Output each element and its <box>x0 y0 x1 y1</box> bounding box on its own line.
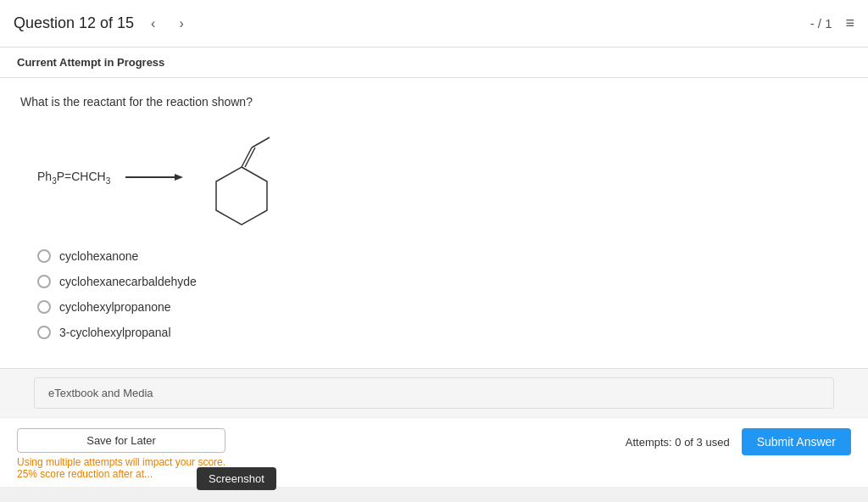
attempts-text: Attempts: 0 of 3 used <box>626 436 730 449</box>
reagent-label: Ph3P=CHCH3 <box>37 170 110 186</box>
option-label-2: cyclohexanecarbaldehyde <box>59 275 197 288</box>
etextbook-bar[interactable]: eTextbook and Media <box>34 377 834 409</box>
warning-line1: Using multiple attempts will impact your… <box>17 456 225 468</box>
save-later-button[interactable]: Save for Later <box>17 428 225 453</box>
top-bar-left: Question 12 of 15 ‹ › <box>14 13 191 35</box>
product-structure-svg <box>195 122 288 232</box>
svg-marker-2 <box>216 167 267 225</box>
footer-left: Save for Later Using multiple attempts w… <box>17 428 225 480</box>
question-card: What is the reactant for the reaction sh… <box>0 78 868 369</box>
etextbook-label: eTextbook and Media <box>48 387 153 399</box>
reaction-diagram: Ph3P=CHCH3 <box>37 122 848 232</box>
option-label-3: cyclohexylpropanone <box>59 300 171 314</box>
footer-area: Save for Later Using multiple attempts w… <box>0 417 868 487</box>
option-radio-1[interactable] <box>37 249 51 263</box>
score-display: - / 1 <box>810 16 832 31</box>
footer-right: Attempts: 0 of 3 used Submit Answer <box>626 428 851 455</box>
option-item-3[interactable]: cyclohexylpropanone <box>37 300 848 314</box>
warning-line2: 25% score reduction after at... <box>17 468 225 480</box>
svg-marker-1 <box>175 174 183 181</box>
prev-button[interactable]: ‹ <box>144 13 162 35</box>
list-icon[interactable]: ≡ <box>845 14 854 32</box>
attempt-banner: Current Attempt in Progress <box>0 47 868 78</box>
svg-line-5 <box>252 137 270 148</box>
next-button[interactable]: › <box>172 13 190 35</box>
warning-text: Using multiple attempts will impact your… <box>17 456 225 480</box>
etextbook-section: eTextbook and Media <box>0 369 868 417</box>
option-item-4[interactable]: 3-cyclohexylpropanal <box>37 326 848 339</box>
question-title: Question 12 of 15 <box>14 14 134 32</box>
top-bar-right: - / 1 ≡ <box>810 14 854 32</box>
top-bar: Question 12 of 15 ‹ › - / 1 ≡ <box>0 0 868 47</box>
option-radio-2[interactable] <box>37 275 51 288</box>
question-text: What is the reactant for the reaction sh… <box>20 95 848 109</box>
attempt-banner-text: Current Attempt in Progress <box>17 56 164 69</box>
reaction-arrow-svg <box>125 171 185 183</box>
option-item-1[interactable]: cyclohexanone <box>37 249 848 263</box>
option-label-4: 3-cyclohexylpropanal <box>59 326 171 339</box>
submit-answer-button[interactable]: Submit Answer <box>742 428 851 455</box>
option-item-2[interactable]: cyclohexanecarbaldehyde <box>37 275 848 288</box>
option-radio-3[interactable] <box>37 300 51 314</box>
reaction-arrow-container <box>125 171 185 183</box>
option-label-1: cyclohexanone <box>59 249 138 263</box>
options-list: cyclohexanone cyclohexanecarbaldehyde cy… <box>37 249 848 339</box>
option-radio-4[interactable] <box>37 326 51 339</box>
